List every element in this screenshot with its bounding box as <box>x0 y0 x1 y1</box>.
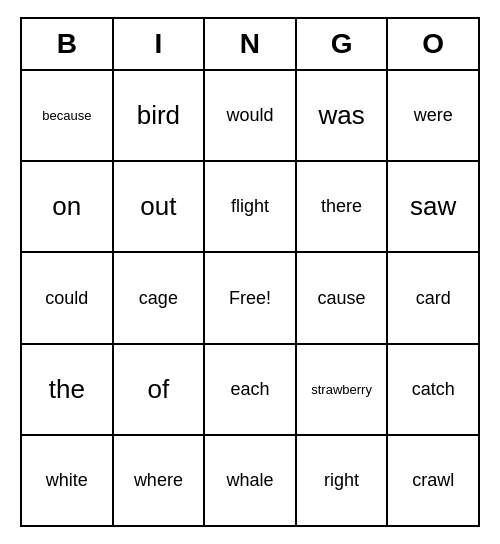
bingo-card: BINGO becausebirdwouldwaswereonoutflight… <box>20 17 480 527</box>
bingo-cell-1-1: out <box>114 162 206 251</box>
header-cell-G: G <box>297 19 389 69</box>
cell-text-2-1: cage <box>139 288 178 309</box>
cell-text-0-3: was <box>318 100 364 131</box>
cell-text-2-3: cause <box>318 288 366 309</box>
header-cell-N: N <box>205 19 297 69</box>
bingo-cell-2-4: card <box>388 253 478 342</box>
bingo-cell-3-3: strawberry <box>297 345 389 434</box>
header-cell-B: B <box>22 19 114 69</box>
bingo-cell-2-0: could <box>22 253 114 342</box>
header-cell-I: I <box>114 19 206 69</box>
cell-text-0-0: because <box>42 108 91 123</box>
bingo-cell-1-2: flight <box>205 162 297 251</box>
bingo-cell-1-4: saw <box>388 162 478 251</box>
header-cell-O: O <box>388 19 478 69</box>
cell-text-4-3: right <box>324 470 359 491</box>
bingo-cell-1-0: on <box>22 162 114 251</box>
cell-text-3-2: each <box>230 379 269 400</box>
bingo-cell-2-2: Free! <box>205 253 297 342</box>
cell-text-3-1: of <box>148 374 170 405</box>
bingo-cell-4-3: right <box>297 436 389 525</box>
cell-text-0-4: were <box>414 105 453 126</box>
bingo-cell-0-4: were <box>388 71 478 160</box>
bingo-cell-4-4: crawl <box>388 436 478 525</box>
bingo-row-2: couldcageFree!causecard <box>22 253 478 344</box>
bingo-cell-4-2: whale <box>205 436 297 525</box>
bingo-cell-2-3: cause <box>297 253 389 342</box>
bingo-row-0: becausebirdwouldwaswere <box>22 71 478 162</box>
cell-text-1-4: saw <box>410 191 456 222</box>
bingo-body: becausebirdwouldwaswereonoutflighttheres… <box>22 71 478 525</box>
cell-text-2-2: Free! <box>229 288 271 309</box>
bingo-cell-0-2: would <box>205 71 297 160</box>
cell-text-2-0: could <box>45 288 88 309</box>
cell-text-3-3: strawberry <box>311 382 372 397</box>
bingo-cell-0-1: bird <box>114 71 206 160</box>
bingo-cell-0-3: was <box>297 71 389 160</box>
cell-text-1-0: on <box>52 191 81 222</box>
bingo-cell-4-1: where <box>114 436 206 525</box>
cell-text-4-1: where <box>134 470 183 491</box>
cell-text-4-2: whale <box>226 470 273 491</box>
bingo-cell-2-1: cage <box>114 253 206 342</box>
cell-text-3-0: the <box>49 374 85 405</box>
bingo-row-4: whitewherewhalerightcrawl <box>22 436 478 525</box>
bingo-cell-1-3: there <box>297 162 389 251</box>
bingo-cell-3-1: of <box>114 345 206 434</box>
cell-text-0-2: would <box>226 105 273 126</box>
bingo-cell-4-0: white <box>22 436 114 525</box>
bingo-cell-3-2: each <box>205 345 297 434</box>
cell-text-2-4: card <box>416 288 451 309</box>
cell-text-1-1: out <box>140 191 176 222</box>
cell-text-4-4: crawl <box>412 470 454 491</box>
cell-text-1-3: there <box>321 196 362 217</box>
cell-text-3-4: catch <box>412 379 455 400</box>
bingo-cell-3-0: the <box>22 345 114 434</box>
bingo-cell-3-4: catch <box>388 345 478 434</box>
bingo-cell-0-0: because <box>22 71 114 160</box>
bingo-header: BINGO <box>22 19 478 71</box>
bingo-row-1: onoutflighttheresaw <box>22 162 478 253</box>
bingo-row-3: theofeachstrawberrycatch <box>22 345 478 436</box>
cell-text-1-2: flight <box>231 196 269 217</box>
cell-text-0-1: bird <box>137 100 180 131</box>
cell-text-4-0: white <box>46 470 88 491</box>
